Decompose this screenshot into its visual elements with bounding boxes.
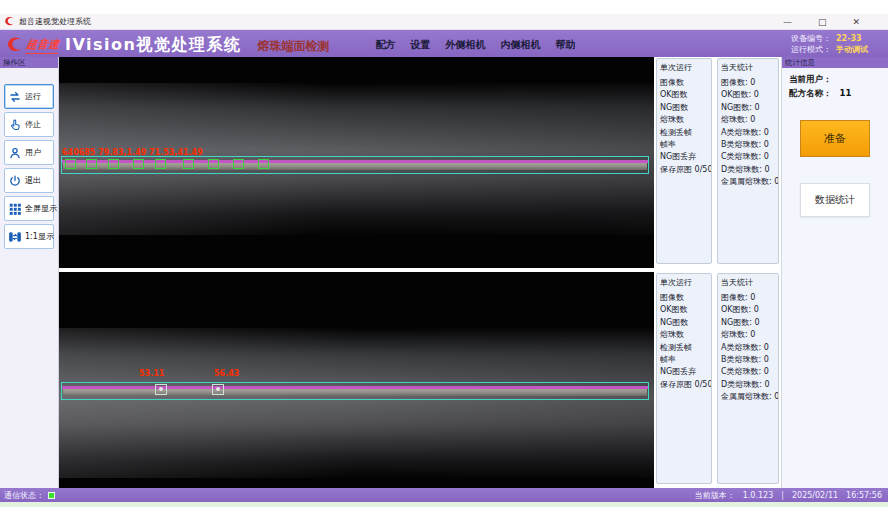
desktop-strip (0, 502, 888, 507)
info-panel-title: 统计信息 (782, 57, 888, 68)
detection-box (108, 159, 119, 169)
menu-item-help[interactable]: 帮助 (555, 38, 575, 52)
single-run-groupbox: 单次运行 图像数 OK图数 NG图数 熔珠数 检测丢帧 帧率 NG图丢弃 保存原… (656, 58, 712, 264)
stat-item: 图像数: 0 (721, 77, 775, 89)
device-info: 设备编号： 22-33 运行模式： 手动调试 (791, 33, 878, 55)
brand-swoosh-icon (6, 36, 24, 54)
menu-item-outer-camera[interactable]: 外侧相机 (445, 38, 485, 52)
camera-views: 640685 79.83,1.49 71.53,41.49 (59, 57, 654, 488)
stat-item: 图像数 (660, 292, 708, 304)
stat-item: B类熔珠数: 0 (721, 354, 775, 366)
detection-box (86, 159, 97, 169)
stat-item: 检测丢帧 (660, 342, 708, 354)
run-mode-value: 手动调试 (836, 44, 878, 55)
stat-item: 熔珠数: 0 (721, 329, 775, 341)
detection-box (233, 159, 244, 169)
stat-item: C类熔珠数: 0 (721, 366, 775, 378)
stat-item: 图像数: 0 (721, 292, 775, 304)
groupbox-title: 当天统计 (721, 62, 775, 73)
laser-line-overlay (62, 386, 648, 389)
maximize-button[interactable]: □ (818, 17, 827, 27)
data-statistics-button[interactable]: 数据统计 (800, 183, 870, 217)
detection-box (208, 159, 219, 169)
minimize-button[interactable]: — (783, 17, 792, 27)
stat-item: 熔珠数 (660, 329, 708, 341)
stat-item: OK图数: 0 (721, 89, 775, 101)
fullscreen-label: 全屏显示 (25, 203, 57, 214)
stat-item: OK图数 (660, 89, 708, 101)
stat-item: 金属屑熔珠数: 0 (721, 391, 775, 403)
grid-icon (8, 202, 22, 216)
feature-dot (159, 387, 163, 391)
stop-hand-icon (8, 118, 22, 132)
time-value: 16:57:56 (846, 491, 882, 500)
run-label: 运行 (25, 91, 41, 102)
info-panel: 统计信息 当前用户： 配方名称：11 准备 数据统计 (781, 57, 888, 488)
stop-button[interactable]: 停止 (4, 112, 54, 137)
stat-item: OK图数: 0 (721, 304, 775, 316)
detection-box (155, 159, 166, 169)
app-header: 超音速 IVision视觉处理系统 熔珠端面检测 配方 设置 外侧相机 内侧相机… (0, 30, 888, 57)
laser-line-overlay (62, 160, 648, 163)
roi-rectangle (61, 156, 649, 174)
stat-item: D类熔珠数: 0 (721, 164, 775, 176)
close-button[interactable]: ✕ (852, 17, 860, 27)
app-logo-icon (4, 16, 15, 27)
inner-camera-view[interactable]: 53.11 56.43 (59, 272, 654, 488)
recipe-name-label: 配方名称： (789, 88, 832, 98)
stat-item: 保存原图 0/500 (660, 379, 708, 391)
stat-item: NG图数 (660, 102, 708, 114)
brand-logo: 超音速 (6, 36, 59, 54)
stat-item: D类熔珠数: 0 (721, 379, 775, 391)
user-button[interactable]: 用户 (4, 140, 54, 165)
page-subtitle: 熔珠端面检测 (257, 38, 329, 54)
stat-item: NG图丢弃 (660, 151, 708, 163)
stat-item: B类熔珠数: 0 (721, 139, 775, 151)
status-bar: 通信状态： 当前版本： 1.0.123 | 2025/02/11 16:57:5… (0, 488, 888, 502)
stat-item: 帧率 (660, 139, 708, 151)
window-titlebar: 超音速视觉处理系统 — □ ✕ (0, 14, 888, 30)
groupbox-title: 单次运行 (660, 277, 708, 288)
fullscreen-button[interactable]: 全屏显示 (4, 196, 54, 221)
run-button[interactable]: 运行 (4, 84, 54, 109)
stat-item: C类熔珠数: 0 (721, 151, 775, 163)
one-to-one-label: 1:1显示 (25, 231, 54, 242)
main-area: 操作区 运行 停止 (0, 57, 888, 488)
app-window: 超音速视觉处理系统 — □ ✕ 超音速 IVision视觉处理系统 熔珠端面检测… (0, 14, 888, 507)
stat-item: 检测丢帧 (660, 127, 708, 139)
menu-item-settings[interactable]: 设置 (410, 38, 430, 52)
menu-item-inner-camera[interactable]: 内侧相机 (500, 38, 540, 52)
current-user-label: 当前用户： (789, 74, 832, 84)
statistics-column: 单次运行 图像数 OK图数 NG图数 熔珠数 检测丢帧 帧率 NG图丢弃 保存原… (654, 57, 781, 488)
recipe-row: 配方名称：11 (782, 86, 888, 100)
stat-item: A类熔珠数: 0 (721, 342, 775, 354)
menu-item-recipe[interactable]: 配方 (375, 38, 395, 52)
brand-name: 超音速 (25, 37, 60, 54)
one-to-one-button[interactable]: 1:1显示 (4, 224, 54, 249)
run-mode-label: 运行模式： (791, 44, 831, 55)
stat-item: NG图丢弃 (660, 366, 708, 378)
user-label: 用户 (25, 147, 41, 158)
user-icon (8, 146, 22, 160)
outer-camera-view[interactable]: 640685 79.83,1.49 71.53,41.49 (59, 57, 654, 268)
stat-item: 熔珠数 (660, 114, 708, 126)
stat-item: 熔珠数: 0 (721, 114, 775, 126)
stat-item: 金属屑熔珠数: 0 (721, 176, 775, 188)
device-id-label: 设备编号： (791, 33, 831, 44)
stat-item: 保存原图 0/500 (660, 164, 708, 176)
one-to-one-icon (8, 230, 22, 244)
groupbox-title: 单次运行 (660, 62, 708, 73)
prepare-button[interactable]: 准备 (800, 120, 870, 157)
roi-rectangle (61, 382, 649, 400)
exit-label: 退出 (25, 175, 41, 186)
page-title: IVision视觉处理系统 (65, 36, 241, 54)
comm-status-label: 通信状态： (4, 490, 44, 501)
today-stats-groupbox: 当天统计 图像数: 0 OK图数: 0 NG图数: 0 熔珠数: 0 A类熔珠数… (717, 273, 779, 484)
stat-item: OK图数 (660, 304, 708, 316)
separator: | (781, 491, 784, 500)
measurement-annotation: 53.11 (139, 369, 164, 378)
exit-button[interactable]: 退出 (4, 168, 54, 193)
operation-sidebar: 操作区 运行 停止 (0, 57, 59, 488)
run-icon (8, 90, 22, 104)
stat-item: NG图数 (660, 317, 708, 329)
